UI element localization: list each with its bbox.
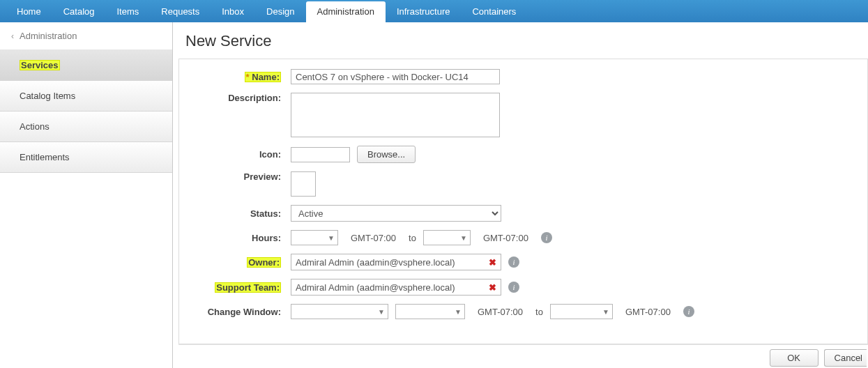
change-window-to-word: to xyxy=(535,307,543,317)
change-window-to-tz: GMT-07:00 xyxy=(625,307,671,317)
hours-to-input[interactable]: ▼ xyxy=(423,230,471,245)
chevron-down-icon: ▼ xyxy=(602,308,609,316)
tab-infrastructure[interactable]: Infrastructure xyxy=(386,0,462,22)
info-icon[interactable]: i xyxy=(508,282,519,293)
tab-inbox[interactable]: Inbox xyxy=(211,0,255,22)
clear-support-team-icon[interactable]: ✖ xyxy=(489,282,496,293)
info-icon[interactable]: i xyxy=(508,256,519,268)
chevron-down-icon: ▼ xyxy=(328,234,335,242)
support-team-input[interactable]: Admiral Admin (aadmin@vsphere.local) ✖ xyxy=(291,279,501,296)
main-content: New Service * Name: Description: Icon: B… xyxy=(173,22,868,368)
status-label: Status: xyxy=(193,208,284,219)
sidebar-item-services[interactable]: Services xyxy=(0,50,172,81)
hours-from-tz: GMT-07:00 xyxy=(351,233,396,243)
change-window-day-select[interactable]: ▼ xyxy=(291,304,388,319)
hours-to-word: to xyxy=(409,233,416,243)
status-select[interactable]: Active xyxy=(291,205,501,222)
name-label: * Name: xyxy=(193,72,284,82)
footer-bar: OK Cancel xyxy=(178,344,868,368)
preview-box xyxy=(291,171,316,197)
chevron-left-icon: ‹ xyxy=(11,31,14,41)
owner-input[interactable]: Admiral Admin (aadmin@vsphere.local) ✖ xyxy=(291,254,501,270)
hours-to-tz: GMT-07:00 xyxy=(483,233,528,243)
ok-button[interactable]: OK xyxy=(770,349,818,367)
breadcrumb-label: Administration xyxy=(20,31,77,41)
icon-input[interactable] xyxy=(291,147,350,162)
tab-catalog[interactable]: Catalog xyxy=(52,0,106,22)
owner-value: Admiral Admin (aadmin@vsphere.local) xyxy=(296,257,455,268)
tab-home[interactable]: Home xyxy=(6,0,52,22)
chevron-down-icon: ▼ xyxy=(378,308,385,316)
cancel-button[interactable]: Cancel xyxy=(824,349,867,367)
change-window-from-input[interactable]: ▼ xyxy=(395,304,465,319)
icon-label: Icon: xyxy=(193,149,284,160)
info-icon[interactable]: i xyxy=(683,306,694,317)
sidebar: ‹ Administration Services Catalog Items … xyxy=(0,22,173,368)
change-window-label: Change Window: xyxy=(193,307,284,317)
hours-from-input[interactable]: ▼ xyxy=(291,230,338,245)
description-input[interactable] xyxy=(291,93,500,137)
tab-items[interactable]: Items xyxy=(106,0,151,22)
change-window-from-tz: GMT-07:00 xyxy=(478,307,523,317)
clear-owner-icon[interactable]: ✖ xyxy=(489,257,496,268)
description-label: Description: xyxy=(193,93,284,103)
chevron-down-icon: ▼ xyxy=(460,234,467,242)
name-input[interactable] xyxy=(291,69,500,84)
change-window-to-input[interactable]: ▼ xyxy=(550,304,613,319)
sidebar-item-catalog-items[interactable]: Catalog Items xyxy=(0,81,172,112)
top-nav: Home Catalog Items Requests Inbox Design… xyxy=(0,0,868,22)
tab-requests[interactable]: Requests xyxy=(150,0,211,22)
sidebar-item-entitlements[interactable]: Entitlements xyxy=(0,142,172,173)
breadcrumb-back[interactable]: ‹ Administration xyxy=(0,22,172,50)
page-title: New Service xyxy=(173,22,868,59)
form-panel: * Name: Description: Icon: Browse... Pre… xyxy=(178,59,868,344)
support-team-label: Support Team: xyxy=(193,282,284,293)
browse-button[interactable]: Browse... xyxy=(357,146,416,163)
owner-label: Owner: xyxy=(193,257,284,268)
support-team-value: Admiral Admin (aadmin@vsphere.local) xyxy=(296,282,455,293)
sidebar-item-actions[interactable]: Actions xyxy=(0,112,172,142)
chevron-down-icon: ▼ xyxy=(455,308,462,316)
tab-containers[interactable]: Containers xyxy=(461,0,527,22)
info-icon[interactable]: i xyxy=(541,232,552,243)
sidebar-item-label: Services xyxy=(20,60,60,70)
tab-administration[interactable]: Administration xyxy=(306,1,386,22)
preview-label: Preview: xyxy=(193,171,284,182)
tab-design[interactable]: Design xyxy=(255,0,305,22)
hours-label: Hours: xyxy=(193,233,284,243)
